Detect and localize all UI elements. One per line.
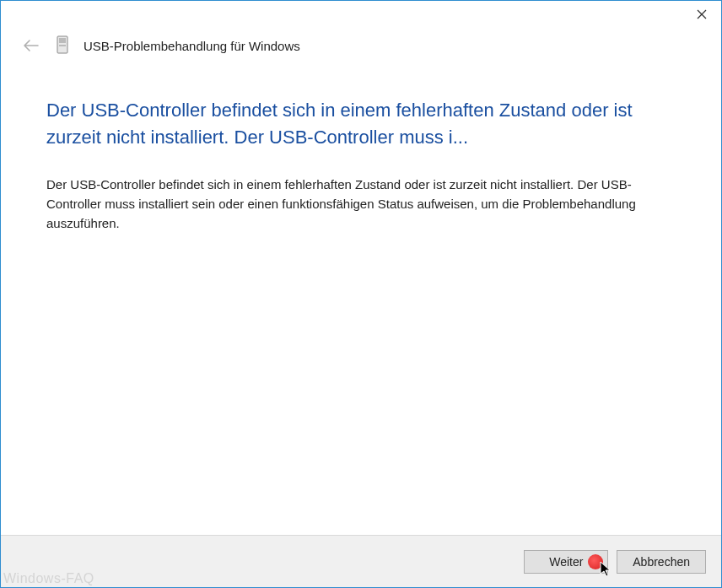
heading-text: Der USB-Controller befindet sich in eine… (46, 97, 676, 151)
close-icon (697, 9, 707, 19)
troubleshooter-icon (53, 35, 72, 57)
next-button[interactable]: Weiter (524, 550, 608, 574)
back-arrow-icon (23, 39, 40, 52)
header-row: USB-Problembehandlung für Windows (1, 35, 721, 63)
cancel-button[interactable]: Abbrechen (617, 550, 706, 574)
svg-rect-4 (59, 45, 66, 46)
title-bar (1, 1, 721, 35)
svg-rect-3 (59, 38, 66, 43)
content-area: Der USB-Controller befindet sich in eine… (1, 63, 721, 535)
body-text: Der USB-Controller befindet sich in eine… (46, 175, 676, 234)
footer-bar: Weiter Abbrechen (1, 535, 721, 587)
close-button[interactable] (682, 1, 721, 28)
back-button[interactable] (21, 35, 41, 56)
dialog-window: USB-Problembehandlung für Windows Der US… (0, 0, 722, 588)
dialog-title: USB-Problembehandlung für Windows (84, 39, 300, 53)
